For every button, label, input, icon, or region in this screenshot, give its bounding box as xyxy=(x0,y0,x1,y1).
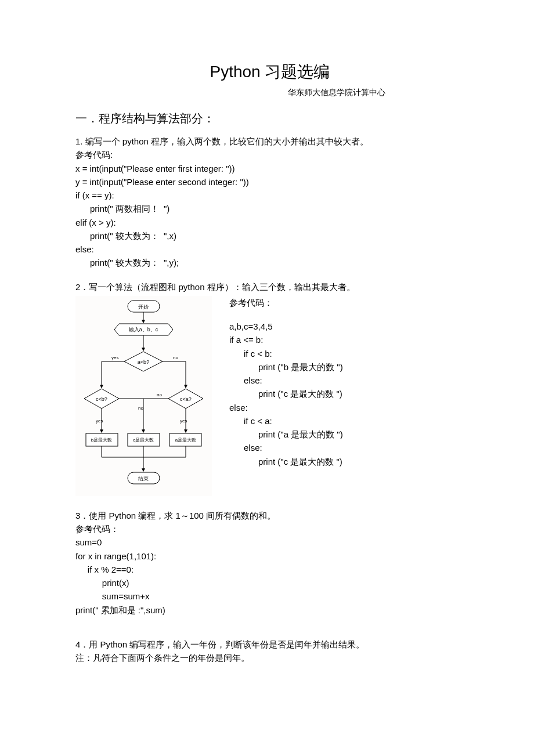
flow-end: 结束 xyxy=(138,476,149,482)
flow-cond-cb: c<b? xyxy=(96,396,107,402)
q1-ref-label: 参考代码: xyxy=(75,148,464,161)
q4-prompt: 4．用 Python 编写程序，输入一年份，判断该年份是否是闰年并输出结果。 xyxy=(75,638,464,651)
q1-code: x = int(input("Please enter first intege… xyxy=(75,162,464,270)
q2-ref-label: 参考代码： xyxy=(229,296,464,309)
q2-flowchart: 开始 输入a、b、c a<b? yes no c<b? c<a? yes xyxy=(75,296,212,498)
q3-ref-label: 参考代码： xyxy=(75,522,464,536)
flow-cond-ca: c<a? xyxy=(180,396,192,402)
flow-no-1: no xyxy=(173,355,178,360)
document-title: Python 习题选编 xyxy=(75,61,464,83)
document-subtitle: 华东师大信息学院计算中心 xyxy=(209,88,464,98)
q3-code: sum=0 for x in range(1,101): if x % 2==0… xyxy=(75,536,464,617)
section-heading-1: 一．程序结构与算法部分： xyxy=(75,111,464,126)
q2-code: a,b,c=3,4,5 if a <= b: if c < b: print (… xyxy=(229,320,464,468)
flow-yes-1: yes xyxy=(111,355,118,360)
q2-prompt: 2．写一个算法（流程图和 python 程序）：输入三个数，输出其最大者。 xyxy=(75,280,464,294)
flow-cond-ab: a<b? xyxy=(138,359,149,365)
q3-prompt: 3．使用 Python 编程，求 1～100 间所有偶数的和。 xyxy=(75,509,464,522)
flow-input: 输入a、b、c xyxy=(129,327,158,332)
flow-bmax: b是最大数 xyxy=(91,437,112,443)
flow-start: 开始 xyxy=(138,304,149,310)
flow-no-3: no xyxy=(157,392,162,397)
flow-yes-3: yes xyxy=(180,418,187,424)
flow-amax: a是最大数 xyxy=(175,437,196,443)
flow-cmax: c是最大数 xyxy=(133,437,154,443)
flow-no-2: no xyxy=(138,406,143,411)
q4-note: 注：凡符合下面两个条件之一的年份是闰年。 xyxy=(75,651,464,664)
flow-yes-2: yes xyxy=(96,418,103,424)
q1-prompt: 1. 编写一个 python 程序，输入两个数，比较它们的大小并输出其中较大者。 xyxy=(75,135,464,148)
